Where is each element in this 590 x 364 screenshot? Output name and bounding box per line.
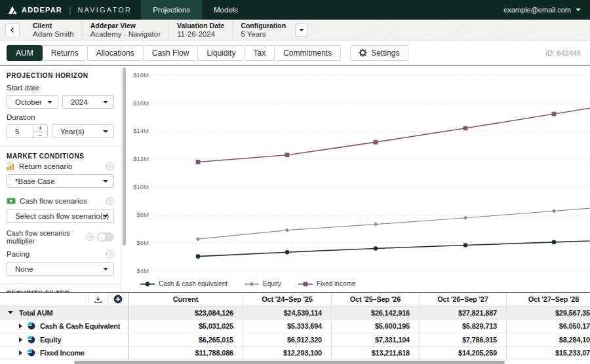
circle-marker-icon xyxy=(140,281,155,287)
product-name: NAVIGATOR xyxy=(77,6,132,14)
column-header[interactable]: Oct '25–Sep '26 xyxy=(332,293,420,306)
svg-text:$10M: $10M xyxy=(133,183,149,191)
help-icon[interactable]: ? xyxy=(86,233,94,241)
context-addepar-view: Addepar View Academy - Navigator xyxy=(83,20,168,40)
value-cell: $14,205,259 xyxy=(420,347,507,360)
export-button[interactable] xyxy=(88,293,107,306)
expand-caret-icon[interactable] xyxy=(19,337,22,342)
duration-unit-select[interactable]: Year(s) xyxy=(52,124,114,138)
table-corner-cell xyxy=(0,293,128,306)
svg-text:$14M: $14M xyxy=(133,127,149,134)
account-menu[interactable]: example@email.com xyxy=(503,0,590,20)
value-cell: $26,142,916 xyxy=(332,306,420,319)
value-cell: $6,265,015 xyxy=(128,333,243,346)
tab-liquidity[interactable]: Liquidity xyxy=(197,45,245,61)
row-label: Equity xyxy=(40,336,61,344)
context-label: Configuration xyxy=(241,22,286,30)
value-cell: $13,211,618 xyxy=(332,347,420,360)
column-header[interactable]: Oct '27–Sep '28 xyxy=(507,293,590,306)
help-icon[interactable]: ? xyxy=(106,250,114,258)
context-value: Adam Smith xyxy=(33,30,74,39)
sidebar-scrollbar-thumb[interactable] xyxy=(123,67,126,246)
expand-caret-icon[interactable] xyxy=(19,323,22,329)
tab-allocations[interactable]: Allocations xyxy=(87,45,144,61)
view-id: ID: 642446 xyxy=(545,49,583,57)
tab-commitments[interactable]: Commitments xyxy=(274,45,341,61)
nav-tab-projections[interactable]: Projections xyxy=(141,0,202,20)
chevron-down-icon xyxy=(103,130,108,133)
row-label-cell[interactable]: Total AUM xyxy=(0,306,128,319)
value-cell: $12,293,100 xyxy=(243,347,332,360)
tab-tax[interactable]: Tax xyxy=(244,45,275,61)
start-year-select[interactable]: 2024 xyxy=(62,95,114,109)
return-scenario-select[interactable]: *Base Case xyxy=(7,174,114,188)
expand-caret-icon[interactable] xyxy=(19,350,22,355)
section-market-conditions: MARKET CONDITIONS xyxy=(7,153,114,160)
context-label: Client xyxy=(33,22,74,30)
value-cell: $23,084,126 xyxy=(128,306,243,319)
back-button[interactable] xyxy=(5,23,20,37)
account-email: example@email.com xyxy=(503,6,571,14)
configuration-dropdown-button[interactable] xyxy=(295,24,308,37)
column-header[interactable]: Current xyxy=(128,293,243,306)
start-month-select[interactable]: October xyxy=(7,95,58,109)
table-row[interactable]: Equity$6,265,015$6,912,320$7,331,104$7,7… xyxy=(0,333,590,347)
nav-separator: | xyxy=(69,5,71,15)
cash-flow-icon xyxy=(7,198,16,204)
nav-tab-models[interactable]: Models xyxy=(202,0,250,20)
cash-flow-scenarios-select[interactable]: Select cash flow scenario(s) xyxy=(7,209,114,223)
projections-page: ADDEPAR | NAVIGATOR Projections Models e… xyxy=(0,0,590,364)
chevron-down-icon xyxy=(47,101,52,103)
sidebar-divider xyxy=(0,146,121,147)
tab-aum[interactable]: AUM xyxy=(7,45,43,61)
chart-canvas: $18M$16M$14M$12M$10M$8M$6M$4M xyxy=(128,65,590,292)
sidebar: PROJECTION HORIZON Start date October 20… xyxy=(0,65,121,292)
table-row[interactable]: Cash & Cash Equivalent$5,031,025$5,333,6… xyxy=(0,320,590,334)
column-header[interactable]: Oct '26–Sep '27 xyxy=(420,293,507,306)
multiplier-toggle[interactable] xyxy=(97,232,114,242)
duration-label: Duration xyxy=(7,113,114,121)
row-label: Fixed Income xyxy=(40,349,85,357)
chart-legend: Cash & cash equivalentEquityFixed income xyxy=(140,280,355,287)
value-cell: $29,567,35 xyxy=(507,306,590,319)
cash-flow-scenarios-placeholder: Select cash flow scenario(s) xyxy=(15,212,109,220)
add-button[interactable] xyxy=(107,293,128,306)
pacing-select[interactable]: None xyxy=(7,262,114,276)
table-row[interactable]: Fixed Income$11,788,086$12,293,100$13,21… xyxy=(0,347,590,361)
chevron-down-icon xyxy=(576,9,581,11)
horizontal-scrollbar-thumb[interactable] xyxy=(74,361,505,364)
duration-stepper[interactable]: 5 + − xyxy=(7,124,48,138)
row-label-cell[interactable]: Equity xyxy=(0,333,128,346)
column-header[interactable]: Oct '24–Sep '25 xyxy=(243,293,332,306)
duration-decrement-button[interactable]: − xyxy=(33,132,47,138)
legend-label: Equity xyxy=(263,280,281,287)
help-icon[interactable]: ? xyxy=(106,162,114,170)
collapse-caret-icon[interactable] xyxy=(8,311,13,314)
tab-cash-flow[interactable]: Cash Flow xyxy=(143,45,199,61)
sidebar-divider xyxy=(0,283,121,284)
settings-button[interactable]: Settings xyxy=(350,45,408,61)
row-label-cell[interactable]: Cash & Cash Equivalent xyxy=(0,320,128,333)
tab-returns[interactable]: Returns xyxy=(42,45,88,61)
chevron-down-icon xyxy=(103,101,108,103)
value-cell: $5,829,713 xyxy=(420,320,507,333)
table-row[interactable]: Total AUM$23,084,126$24,539,114$26,142,9… xyxy=(0,306,590,320)
square-marker-icon xyxy=(298,281,313,287)
context-value: 5 Years xyxy=(241,30,286,39)
value-cell: $27,821,887 xyxy=(420,306,507,319)
row-label-cell[interactable]: Fixed Income xyxy=(0,347,128,360)
row-label: Total AUM xyxy=(19,309,52,317)
brand: ADDEPAR xyxy=(0,0,62,20)
help-icon[interactable]: ? xyxy=(106,197,114,205)
context-client: Client Adam Smith xyxy=(25,20,82,40)
svg-text:$12M: $12M xyxy=(133,155,149,162)
download-icon xyxy=(94,295,102,304)
value-cell: $7,786,915 xyxy=(420,333,507,346)
value-cell: $7,331,104 xyxy=(332,333,420,346)
return-scenario-label: Return scenario xyxy=(19,162,72,170)
value-cell: $6,050,17 xyxy=(507,320,590,333)
pacing-value: None xyxy=(15,265,33,273)
legend-item-cash-cash-equivalent: Cash & cash equivalent xyxy=(140,280,227,287)
legend-label: Cash & cash equivalent xyxy=(159,280,227,287)
table-header-row: CurrentOct '24–Sep '25Oct '25–Sep '26Oct… xyxy=(0,293,590,306)
